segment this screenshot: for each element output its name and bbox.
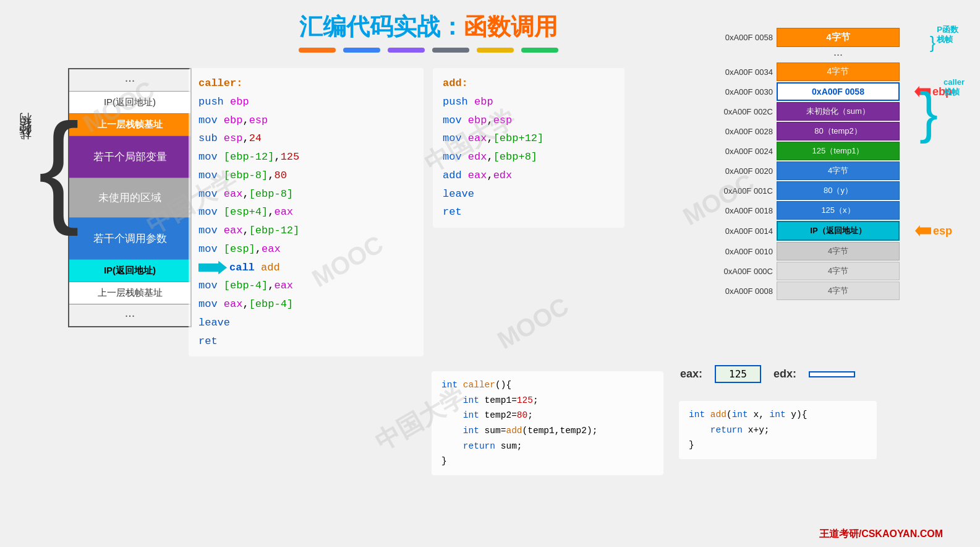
add-code-area: add: push ebp mov ebp,esp mov eax,[ebp+1… <box>433 68 624 228</box>
cl-ret: ret <box>198 332 414 351</box>
mem-addr-0018: 0xA00F 0018 <box>708 206 773 215</box>
mem-addr-001c: 0xA00F 001C <box>708 186 773 196</box>
add-push-ebp: push ebp <box>443 93 615 111</box>
mem-addr-0034: 0xA00F 0034 <box>708 67 773 77</box>
caller-frame-label: caller栈帧 <box>944 77 965 97</box>
mem-addr-0030: 0xA00F 0030 <box>708 87 773 97</box>
sf-call-params: 若干个调用参数 <box>69 218 190 260</box>
cc-line1: int caller(){ <box>441 377 654 393</box>
ca-line2: return x+y; <box>689 423 867 438</box>
mem-addr-0020: 0xA00F 0020 <box>708 166 773 176</box>
mem-cell-0014: IP（返回地址） <box>777 221 900 241</box>
mem-addr-0014: 0xA00F 0014 <box>708 226 773 236</box>
mem-addr-0024: 0xA00F 0024 <box>708 147 773 156</box>
cl-mov-ebp8: mov [ebp-8],80 <box>198 166 414 185</box>
add-mov-eax-ebp12: mov eax,[ebp+12] <box>443 129 615 148</box>
esp-arrow <box>915 225 931 236</box>
cl-mov-esp-eax: mov [esp],eax <box>198 240 414 259</box>
mem-addr-0008: 0xA00F 0008 <box>708 286 773 296</box>
ca-line1: int add(int x, int y){ <box>689 407 867 423</box>
mem-cell-0008: 4字节 <box>777 282 900 300</box>
title-part1: 汇编代码实战： <box>299 14 464 40</box>
cl-mov-ebp4-eax: mov [ebp-4],eax <box>198 277 414 295</box>
mem-cell-0018: 125（x） <box>777 201 900 220</box>
cl-sub-esp: sub esp,24 <box>198 129 414 148</box>
c-code-caller: int caller(){ int temp1=125; int temp2=8… <box>432 371 663 475</box>
p-frame-label: P函数栈帧 <box>937 25 958 44</box>
esp-indicator: esp <box>915 225 952 238</box>
mem-addr-0028: 0xA00F 0028 <box>708 127 773 136</box>
mem-cell-0028: 80（temp2） <box>777 122 900 140</box>
add-mov-edx-ebp8: mov edx,[ebp+8] <box>443 148 615 166</box>
mem-cell-0030: 0xA00F 0058 <box>777 82 900 101</box>
mem-addr-0058: 0xA00F 0058 <box>708 33 773 42</box>
add-ret: ret <box>443 203 615 222</box>
sf-unused: 未使用的区域 <box>69 178 190 218</box>
caller-frame-brace: } <box>919 85 938 140</box>
add-add-eax-edx: add eax,edx <box>443 166 615 185</box>
stack-label: 栈帧结构 <box>19 130 31 150</box>
registers-section: eax: 125 edx: <box>680 365 855 383</box>
sf-prev-base-top: 上一层栈帧基址 <box>69 114 190 136</box>
mem-addr-0010: 0xA00F 0010 <box>708 247 773 256</box>
footer-text: 王道考研/CSKAOYAN.COM <box>819 528 943 541</box>
mem-cell-000c: 4字节 <box>777 262 900 280</box>
ca-line3: } <box>689 437 867 453</box>
edx-value <box>809 371 855 377</box>
stack-brace: { <box>38 105 80 229</box>
mem-addr-002c: 0xA00F 002C <box>708 107 773 116</box>
mem-cell-0020: 4字节 <box>777 162 900 180</box>
cl-mov-ebp12: mov [ebp-12],125 <box>198 148 414 166</box>
mem-cell-0024: 125（temp1） <box>777 142 900 160</box>
cc-line2: int temp1=125; <box>441 393 654 408</box>
title-part2: 函数调用 <box>464 14 558 40</box>
mem-cell-0010: 4字节 <box>777 242 900 261</box>
cl-mov-eax-ebp12: mov eax,[ebp-12] <box>198 222 414 240</box>
edx-label: edx: <box>773 368 796 381</box>
cl-mov-eax-ebp4: mov eax,[ebp-4] <box>198 295 414 314</box>
sf-dots-top: ··· <box>69 69 190 92</box>
cl-mov-ebp-esp: mov ebp,esp <box>198 111 414 130</box>
sf-local-vars: 若干个局部变量 <box>69 136 190 178</box>
add-label: add: <box>443 74 615 93</box>
sf-ip-ret-top: IP(返回地址) <box>69 92 190 114</box>
mem-dots-top: ··· <box>777 48 900 61</box>
memory-diagram: 0xA00F 0058 4字节 P函数栈帧 } ··· 0xA00F 0034 … <box>708 28 900 301</box>
cl-push-ebp: push ebp <box>198 93 414 111</box>
stack-frame-diagram: 栈帧结构 { ··· IP(返回地址) 上一层栈帧基址 若干个局部变量 未使用的… <box>19 68 192 327</box>
eax-value: 125 <box>715 365 761 383</box>
sf-dots-bottom: ··· <box>69 304 190 326</box>
cc-line3: int temp2=80; <box>441 408 654 423</box>
call-arrow <box>198 261 227 274</box>
p-frame-brace: } <box>930 33 935 53</box>
cl-call-add: call add <box>229 259 280 277</box>
cc-line6: } <box>441 454 654 469</box>
title-area: 汇编代码实战：函数调用 <box>124 0 733 53</box>
cl-mov-eax-ebp8: mov eax,[ebp-8] <box>198 185 414 204</box>
stack-frame-cells: ··· IP(返回地址) 上一层栈帧基址 若干个局部变量 未使用的区域 若干个调… <box>68 68 192 327</box>
add-leave: leave <box>443 185 615 204</box>
cc-line4: int sum=add(temp1,temp2); <box>441 423 654 439</box>
c-code-add: int add(int x, int y){ return x+y; } <box>679 401 877 459</box>
cl-call-add-row: call add <box>198 259 414 277</box>
sf-prev-base-bottom: 上一层栈帧基址 <box>69 282 190 304</box>
cl-mov-esp4-eax: mov [esp+4],eax <box>198 203 414 222</box>
cc-line5: return sum; <box>441 439 654 454</box>
caller-code-area: caller: push ebp mov ebp,esp sub esp,24 … <box>189 68 424 356</box>
sf-ip-return-bottom: IP(返回地址) <box>69 260 190 282</box>
add-mov-ebp-esp: mov ebp,esp <box>443 111 615 130</box>
mem-cell-001c: 80（y） <box>777 181 900 200</box>
eax-label: eax: <box>680 368 702 381</box>
mem-cell-002c: 未初始化（sum） <box>777 102 900 121</box>
mem-addr-000c: 0xA00F 000C <box>708 267 773 276</box>
cl-leave: leave <box>198 314 414 332</box>
mem-cell-0034: 4字节 <box>777 62 900 81</box>
color-bar <box>124 48 733 53</box>
esp-label: esp <box>933 225 952 238</box>
caller-label: caller: <box>198 74 414 93</box>
mem-cell-0058: 4字节 <box>777 28 900 47</box>
